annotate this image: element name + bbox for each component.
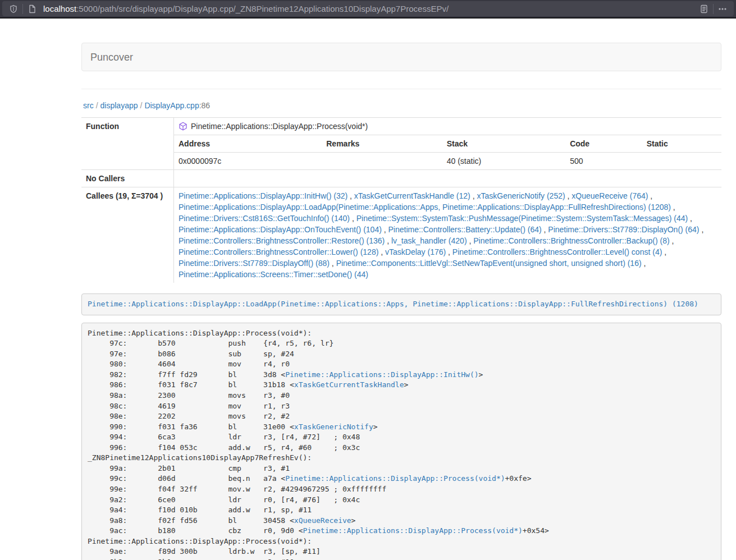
callee-link[interactable]: Pinetime::Controllers::Battery::Update()… bbox=[388, 225, 542, 234]
breadcrumb-separator: / bbox=[138, 101, 145, 110]
function-label: Function bbox=[81, 118, 174, 135]
selected-symbol-box: Pinetime::Applications::DisplayApp::Load… bbox=[81, 293, 721, 315]
breadcrumb-line-number: :86 bbox=[199, 101, 210, 110]
callee-link[interactable]: Pinetime::Applications::DisplayApp::Init… bbox=[179, 191, 348, 200]
app-navbar: Puncover bbox=[81, 43, 721, 71]
callee-link[interactable]: Pinetime::Controllers::BrightnessControl… bbox=[473, 236, 669, 245]
callee-link[interactable]: Pinetime::Components::LittleVgl::SetNewT… bbox=[336, 259, 642, 268]
stack-value: 40 (static) bbox=[442, 153, 565, 170]
page-icon[interactable] bbox=[25, 2, 39, 16]
browser-toolbar: localhost:5000/path/src/displayapp/Displ… bbox=[0, 0, 736, 19]
code-symbol-link[interactable]: Pinetime::Applications::DisplayApp::Proc… bbox=[303, 526, 523, 535]
code-symbol-link[interactable]: xTaskGenericNotify bbox=[294, 423, 373, 431]
shield-icon[interactable] bbox=[7, 2, 20, 16]
breadcrumb-separator: / bbox=[94, 101, 100, 110]
column-header-address: Address bbox=[174, 135, 322, 153]
callee-link[interactable]: Pinetime::Applications::DisplayApp::OnTo… bbox=[179, 225, 382, 234]
callee-link[interactable]: vTaskDelay (176) bbox=[385, 247, 446, 256]
callee-link[interactable]: Pinetime::Applications::Screens::Timer::… bbox=[179, 270, 368, 279]
assembly-listing: Pinetime::Applications::DisplayApp::Proc… bbox=[81, 323, 721, 560]
breadcrumb-link-src[interactable]: src bbox=[83, 101, 94, 110]
function-name: Pinetime::Applications::DisplayApp::Proc… bbox=[191, 121, 368, 132]
breadcrumb-link-displayapp[interactable]: displayapp bbox=[100, 101, 138, 110]
callee-link[interactable]: Pinetime::Drivers::Cst816S::GetTouchInfo… bbox=[179, 214, 350, 223]
callee-link[interactable]: Pinetime::Controllers::BrightnessControl… bbox=[179, 247, 378, 256]
callee-link[interactable]: Pinetime::Drivers::St7789::DisplayOff() … bbox=[179, 259, 330, 268]
url-text[interactable]: localhost:5000/path/src/displayapp/Displ… bbox=[43, 4, 697, 13]
toolbar-separator bbox=[22, 4, 23, 14]
callee-link[interactable]: Pinetime::Drivers::St7789::DisplayOn() (… bbox=[548, 225, 699, 234]
callee-link[interactable]: lv_task_handler (420) bbox=[391, 236, 467, 245]
page-content: Puncover src/displayapp/DisplayApp.cpp:8… bbox=[81, 43, 721, 560]
column-header-static: Static bbox=[642, 135, 721, 153]
callee-link[interactable]: Pinetime::Applications::DisplayApp::Load… bbox=[179, 203, 671, 212]
callee-link[interactable]: xTaskGetCurrentTaskHandle (12) bbox=[354, 191, 470, 200]
selected-symbol-link[interactable]: Pinetime::Applications::DisplayApp::Load… bbox=[88, 300, 698, 308]
url-bar[interactable]: localhost:5000/path/src/displayapp/Displ… bbox=[2, 1, 734, 16]
column-header-stack: Stack bbox=[442, 135, 565, 153]
remarks-value bbox=[322, 153, 442, 170]
callees-list: Pinetime::Applications::DisplayApp::Init… bbox=[174, 187, 722, 283]
code-symbol-link[interactable]: xTaskGetCurrentTaskHandle bbox=[294, 380, 404, 389]
function-table: Function Pinetime::Applications::Display… bbox=[81, 117, 721, 283]
reader-mode-icon[interactable] bbox=[697, 2, 711, 16]
function-stats-row: Address Remarks Stack Code Static 0x0000… bbox=[81, 135, 721, 170]
address-value: 0x0000097c bbox=[174, 153, 322, 170]
callee-link[interactable]: Pinetime::System::SystemTask::PushMessag… bbox=[356, 214, 688, 223]
code-symbol-link[interactable]: Pinetime::Applications::DisplayApp::Proc… bbox=[285, 474, 505, 483]
app-brand[interactable]: Puncover bbox=[82, 52, 141, 63]
function-row: Function Pinetime::Applications::Display… bbox=[81, 118, 721, 135]
symbol-cube-icon bbox=[179, 122, 188, 131]
callee-link[interactable]: Pinetime::Controllers::BrightnessControl… bbox=[452, 247, 662, 256]
code-symbol-link[interactable]: xQueueReceive bbox=[294, 516, 351, 525]
breadcrumb-link-file[interactable]: DisplayApp.cpp bbox=[144, 101, 199, 110]
no-callers-label: No Callers bbox=[81, 170, 174, 187]
callee-link[interactable]: xTaskGenericNotify (252) bbox=[477, 191, 565, 200]
callee-link[interactable]: Pinetime::Controllers::BrightnessControl… bbox=[179, 236, 385, 245]
callees-label: Callees (19, Σ=3704 ) bbox=[81, 187, 174, 283]
code-size-value: 500 bbox=[565, 153, 642, 170]
function-stats-table: Address Remarks Stack Code Static 0x0000… bbox=[174, 135, 721, 169]
page-actions-ellipsis-icon[interactable] bbox=[716, 2, 729, 16]
toolbar-separator bbox=[713, 4, 714, 14]
url-host: localhost bbox=[43, 4, 76, 13]
table-row: 0x0000097c 40 (static) 500 bbox=[174, 153, 721, 170]
column-header-remarks: Remarks bbox=[322, 135, 442, 153]
code-symbol-link[interactable]: Pinetime::Applications::DisplayApp::Init… bbox=[285, 370, 478, 379]
breadcrumb: src/displayapp/DisplayApp.cpp:86 bbox=[81, 89, 721, 117]
static-value bbox=[642, 153, 721, 170]
column-header-code: Code bbox=[565, 135, 642, 153]
callers-row: No Callers bbox=[81, 170, 721, 187]
url-path: :5000/path/src/displayapp/DisplayApp.cpp… bbox=[76, 4, 449, 13]
callees-row: Callees (19, Σ=3704 ) Pinetime::Applicat… bbox=[81, 187, 721, 283]
callee-link[interactable]: xQueueReceive (764) bbox=[572, 191, 648, 200]
